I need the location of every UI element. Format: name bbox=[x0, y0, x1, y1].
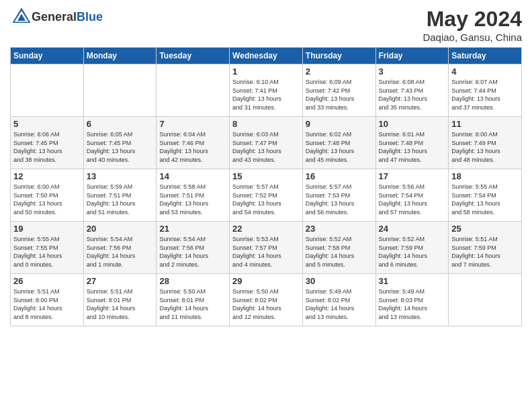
col-sunday: Sunday bbox=[11, 48, 84, 64]
calendar-week-5: 26Sunrise: 5:51 AM Sunset: 8:00 PM Dayli… bbox=[11, 274, 522, 326]
day-number: 6 bbox=[87, 119, 154, 129]
day-info: Sunrise: 5:50 AM Sunset: 8:01 PM Dayligh… bbox=[159, 287, 226, 321]
day-info: Sunrise: 5:52 AM Sunset: 7:58 PM Dayligh… bbox=[306, 235, 373, 269]
day-info: Sunrise: 5:55 AM Sunset: 7:54 PM Dayligh… bbox=[451, 183, 519, 216]
calendar-header-row: Sunday Monday Tuesday Wednesday Thursday… bbox=[11, 48, 522, 64]
day-number: 8 bbox=[232, 119, 300, 129]
calendar-cell: 25Sunrise: 5:51 AM Sunset: 7:59 PM Dayli… bbox=[449, 222, 522, 274]
day-number: 24 bbox=[379, 224, 446, 234]
calendar-cell: 16Sunrise: 5:57 AM Sunset: 7:53 PM Dayli… bbox=[302, 169, 375, 222]
calendar-cell: 29Sunrise: 5:50 AM Sunset: 8:02 PM Dayli… bbox=[230, 274, 303, 326]
day-number: 4 bbox=[451, 66, 519, 77]
calendar-cell bbox=[83, 64, 157, 117]
day-number: 21 bbox=[159, 224, 226, 234]
day-info: Sunrise: 5:57 AM Sunset: 7:52 PM Dayligh… bbox=[232, 183, 300, 216]
calendar: Sunday Monday Tuesday Wednesday Thursday… bbox=[10, 47, 522, 326]
day-number: 7 bbox=[159, 119, 226, 129]
day-number: 12 bbox=[13, 171, 81, 181]
day-info: Sunrise: 6:00 AM Sunset: 7:49 PM Dayligh… bbox=[451, 130, 519, 164]
col-friday: Friday bbox=[375, 48, 449, 64]
calendar-cell: 20Sunrise: 5:54 AM Sunset: 7:56 PM Dayli… bbox=[83, 222, 157, 274]
calendar-cell: 26Sunrise: 5:51 AM Sunset: 8:00 PM Dayli… bbox=[11, 274, 84, 326]
day-number: 25 bbox=[451, 224, 519, 234]
day-info: Sunrise: 5:55 AM Sunset: 7:55 PM Dayligh… bbox=[13, 235, 81, 269]
calendar-cell bbox=[11, 64, 84, 117]
calendar-cell bbox=[157, 64, 230, 117]
day-number: 22 bbox=[232, 224, 300, 234]
calendar-week-4: 19Sunrise: 5:55 AM Sunset: 7:55 PM Dayli… bbox=[11, 222, 522, 274]
calendar-cell: 11Sunrise: 6:00 AM Sunset: 7:49 PM Dayli… bbox=[449, 117, 522, 169]
day-info: Sunrise: 5:51 AM Sunset: 8:00 PM Dayligh… bbox=[13, 287, 81, 321]
logo-blue: Blue bbox=[77, 10, 103, 24]
calendar-cell: 28Sunrise: 5:50 AM Sunset: 8:01 PM Dayli… bbox=[157, 274, 230, 326]
calendar-cell: 27Sunrise: 5:51 AM Sunset: 8:01 PM Dayli… bbox=[83, 274, 157, 326]
location: Daqiao, Gansu, China bbox=[423, 32, 522, 43]
calendar-cell: 4Sunrise: 6:07 AM Sunset: 7:44 PM Daylig… bbox=[449, 64, 522, 117]
day-number: 9 bbox=[306, 119, 373, 129]
day-info: Sunrise: 6:05 AM Sunset: 7:45 PM Dayligh… bbox=[87, 130, 154, 164]
day-info: Sunrise: 5:51 AM Sunset: 7:59 PM Dayligh… bbox=[451, 235, 519, 269]
day-number: 15 bbox=[232, 171, 300, 181]
day-number: 18 bbox=[451, 171, 519, 181]
header: GeneralBlue May 2024 Daqiao, Gansu, Chin… bbox=[10, 7, 522, 43]
calendar-cell: 12Sunrise: 6:00 AM Sunset: 7:50 PM Dayli… bbox=[11, 169, 84, 222]
calendar-week-1: 1Sunrise: 6:10 AM Sunset: 7:41 PM Daylig… bbox=[11, 64, 522, 117]
day-info: Sunrise: 6:08 AM Sunset: 7:43 PM Dayligh… bbox=[379, 78, 446, 111]
calendar-cell: 14Sunrise: 5:58 AM Sunset: 7:51 PM Dayli… bbox=[157, 169, 230, 222]
calendar-cell: 5Sunrise: 6:06 AM Sunset: 7:45 PM Daylig… bbox=[11, 117, 84, 169]
day-info: Sunrise: 6:07 AM Sunset: 7:44 PM Dayligh… bbox=[451, 78, 519, 111]
title-block: May 2024 Daqiao, Gansu, China bbox=[423, 7, 522, 43]
calendar-cell: 24Sunrise: 5:52 AM Sunset: 7:59 PM Dayli… bbox=[375, 222, 449, 274]
calendar-week-2: 5Sunrise: 6:06 AM Sunset: 7:45 PM Daylig… bbox=[11, 117, 522, 169]
calendar-cell: 9Sunrise: 6:02 AM Sunset: 7:48 PM Daylig… bbox=[302, 117, 375, 169]
day-number: 27 bbox=[87, 276, 154, 286]
calendar-cell: 3Sunrise: 6:08 AM Sunset: 7:43 PM Daylig… bbox=[375, 64, 449, 117]
day-number: 28 bbox=[159, 276, 226, 286]
calendar-cell: 6Sunrise: 6:05 AM Sunset: 7:45 PM Daylig… bbox=[83, 117, 157, 169]
day-info: Sunrise: 5:49 AM Sunset: 8:03 PM Dayligh… bbox=[379, 287, 446, 321]
calendar-cell: 2Sunrise: 6:09 AM Sunset: 7:42 PM Daylig… bbox=[302, 64, 375, 117]
day-info: Sunrise: 6:06 AM Sunset: 7:45 PM Dayligh… bbox=[13, 130, 81, 164]
day-number: 16 bbox=[306, 171, 373, 181]
day-info: Sunrise: 6:09 AM Sunset: 7:42 PM Dayligh… bbox=[306, 78, 373, 111]
month-title: May 2024 bbox=[423, 7, 522, 32]
col-saturday: Saturday bbox=[449, 48, 522, 64]
calendar-cell: 22Sunrise: 5:53 AM Sunset: 7:57 PM Dayli… bbox=[230, 222, 303, 274]
calendar-cell bbox=[449, 274, 522, 326]
day-number: 3 bbox=[379, 66, 446, 77]
logo-text: GeneralBlue bbox=[32, 10, 103, 24]
day-number: 29 bbox=[232, 276, 300, 286]
day-number: 2 bbox=[306, 66, 373, 77]
col-monday: Monday bbox=[83, 48, 157, 64]
calendar-cell: 21Sunrise: 5:54 AM Sunset: 7:56 PM Dayli… bbox=[157, 222, 230, 274]
col-wednesday: Wednesday bbox=[230, 48, 303, 64]
calendar-cell: 19Sunrise: 5:55 AM Sunset: 7:55 PM Dayli… bbox=[11, 222, 84, 274]
day-info: Sunrise: 5:52 AM Sunset: 7:59 PM Dayligh… bbox=[379, 235, 446, 269]
logo-icon bbox=[11, 7, 32, 27]
calendar-cell: 18Sunrise: 5:55 AM Sunset: 7:54 PM Dayli… bbox=[449, 169, 522, 222]
calendar-cell: 7Sunrise: 6:04 AM Sunset: 7:46 PM Daylig… bbox=[157, 117, 230, 169]
day-number: 13 bbox=[87, 171, 154, 181]
col-thursday: Thursday bbox=[302, 48, 375, 64]
day-number: 1 bbox=[232, 66, 300, 77]
calendar-cell: 8Sunrise: 6:03 AM Sunset: 7:47 PM Daylig… bbox=[230, 117, 303, 169]
calendar-week-3: 12Sunrise: 6:00 AM Sunset: 7:50 PM Dayli… bbox=[11, 169, 522, 222]
calendar-cell: 17Sunrise: 5:56 AM Sunset: 7:54 PM Dayli… bbox=[375, 169, 449, 222]
day-info: Sunrise: 5:54 AM Sunset: 7:56 PM Dayligh… bbox=[87, 235, 154, 269]
day-info: Sunrise: 6:03 AM Sunset: 7:47 PM Dayligh… bbox=[232, 130, 300, 164]
logo: GeneralBlue bbox=[10, 7, 103, 27]
day-info: Sunrise: 5:58 AM Sunset: 7:51 PM Dayligh… bbox=[159, 183, 226, 216]
day-number: 20 bbox=[87, 224, 154, 234]
day-info: Sunrise: 5:50 AM Sunset: 8:02 PM Dayligh… bbox=[232, 287, 300, 321]
day-number: 10 bbox=[379, 119, 446, 129]
calendar-cell: 1Sunrise: 6:10 AM Sunset: 7:41 PM Daylig… bbox=[230, 64, 303, 117]
day-info: Sunrise: 6:00 AM Sunset: 7:50 PM Dayligh… bbox=[13, 183, 81, 216]
calendar-cell: 30Sunrise: 5:49 AM Sunset: 8:02 PM Dayli… bbox=[302, 274, 375, 326]
day-info: Sunrise: 5:54 AM Sunset: 7:56 PM Dayligh… bbox=[159, 235, 226, 269]
page-container: GeneralBlue May 2024 Daqiao, Gansu, Chin… bbox=[0, 0, 532, 333]
day-number: 5 bbox=[13, 119, 81, 129]
day-info: Sunrise: 5:57 AM Sunset: 7:53 PM Dayligh… bbox=[306, 183, 373, 216]
day-number: 30 bbox=[306, 276, 373, 286]
day-number: 23 bbox=[306, 224, 373, 234]
logo-general: General bbox=[32, 10, 77, 24]
